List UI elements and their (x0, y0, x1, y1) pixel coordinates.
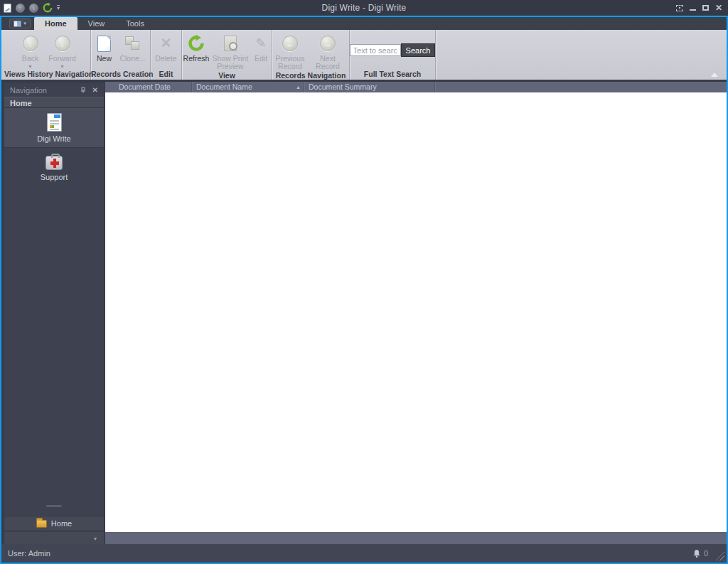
status-bar: User: Admin 0 (1, 544, 727, 563)
notification-count: 0 (704, 549, 708, 558)
group-label: Full Text Search (350, 69, 435, 80)
search-input[interactable] (350, 44, 401, 56)
first-aid-kit-icon (46, 156, 63, 170)
new-page-icon (97, 36, 111, 52)
notifications[interactable]: 0 (692, 544, 708, 563)
nav-item-support[interactable]: Support (4, 148, 104, 186)
back-button[interactable]: ↑ Back ▼ (16, 32, 46, 69)
ribbon: ↑ Back ▼ ↓ Forward ▼ Views History Navig… (1, 30, 727, 80)
column-header-document-summary[interactable]: Document Summary (304, 82, 435, 92)
navigation-group-home[interactable]: Home (4, 97, 104, 108)
group-label: Views History Navigation (4, 69, 90, 80)
nav-item-digi-write[interactable]: Digi Write (4, 108, 104, 148)
group-full-text-search: Search Full Text Search (350, 30, 436, 80)
grid-footer-band (105, 532, 727, 544)
nav-bottom-item-label: Home (51, 519, 72, 528)
digiwrite-document-icon (47, 113, 62, 132)
group-label: Records Creation (91, 69, 150, 80)
bell-icon (692, 549, 701, 558)
maximize-icon[interactable] (702, 5, 709, 11)
tab-tools[interactable]: Tools (115, 17, 155, 30)
group-records-navigation: ← Previous Record → Next Record Records … (272, 30, 350, 80)
column-label: Document Name (196, 82, 252, 92)
window-border (0, 16, 1, 564)
new-button[interactable]: New (92, 32, 117, 63)
navigation-panel: Navigation ✕ Home Digi Write Support (4, 83, 104, 544)
column-header-document-name[interactable]: Document Name ▲ (192, 82, 304, 92)
previous-record-button[interactable]: ← Previous Record (273, 32, 307, 70)
application-menu-button[interactable]: ▾ (9, 18, 31, 28)
status-user-label: User: Admin (8, 544, 50, 563)
ribbon-tab-row: ▾ Home View Tools (1, 17, 727, 30)
refresh-button[interactable]: Refresh (182, 32, 210, 63)
forward-dropdown-icon[interactable]: ▼ (60, 64, 65, 69)
delete-button[interactable]: ✕ Delete (151, 32, 181, 63)
arrow-up-circle-icon: ↑ (23, 36, 38, 51)
group-view: Refresh Show Print Preview ✎ Edit View (182, 30, 272, 80)
ribbon-tabs: Home View Tools (34, 17, 155, 30)
resize-grip[interactable] (715, 551, 724, 560)
group-label: View (182, 70, 272, 80)
clone-button[interactable]: Clone... (117, 32, 149, 63)
navigation-panel-header: Navigation ✕ (4, 83, 104, 97)
search-button[interactable]: Search (401, 43, 436, 57)
group-label: Edit (151, 69, 181, 80)
ribbon-collapse-icon[interactable] (711, 73, 718, 77)
nav-options-bar[interactable]: ▾ (4, 531, 104, 544)
group-records-creation: New Clone... Records Creation (91, 30, 151, 80)
column-header-document-date[interactable]: Document Date (114, 82, 192, 92)
group-edit: ✕ Delete Edit (151, 30, 182, 80)
fullscreen-icon[interactable] (676, 5, 683, 11)
edit-pencil-icon: ✎ (255, 36, 266, 50)
arrow-right-circle-icon: → (320, 36, 336, 51)
grid-data-area[interactable] (105, 92, 727, 532)
forward-button[interactable]: ↓ Forward ▼ (46, 32, 80, 69)
titlebar: ↑ ↓ ▾ Digi Write - Digi Write ✕ (0, 0, 728, 16)
clone-cubes-icon (124, 35, 142, 52)
minimize-icon[interactable] (690, 9, 696, 11)
app-window: ↑ ↓ ▾ Digi Write - Digi Write ✕ ▾ Home (0, 0, 728, 564)
back-dropdown-icon[interactable]: ▼ (28, 64, 33, 69)
close-icon[interactable]: ✕ (715, 4, 722, 12)
nav-bottom-item-home[interactable]: Home (4, 517, 104, 530)
arrow-left-circle-icon: ← (282, 36, 298, 51)
tab-view[interactable]: View (77, 17, 116, 30)
group-views-history-navigation: ↑ Back ▼ ↓ Forward ▼ Views History Navig… (4, 30, 91, 80)
sort-ascending-icon: ▲ (296, 82, 301, 92)
folder-icon (36, 520, 47, 528)
edit-button[interactable]: ✎ Edit (250, 32, 272, 63)
show-print-preview-button[interactable]: Show Print Preview (210, 32, 250, 70)
column-header-filler (435, 82, 727, 92)
print-preview-icon (224, 36, 237, 51)
nav-item-label: Digi Write (37, 134, 70, 143)
group-label: Records Navigation (272, 70, 349, 80)
panel-splitter-handle[interactable] (46, 505, 62, 507)
nav-item-label: Support (41, 173, 68, 181)
window-controls: ✕ (676, 0, 722, 16)
row-indicator-column (105, 82, 114, 92)
panel-close-icon[interactable]: ✕ (92, 86, 98, 94)
navigation-panel-title: Navigation (10, 86, 47, 95)
delete-x-icon: ✕ (161, 36, 172, 50)
chevron-down-icon: ▾ (23, 21, 26, 26)
grid-column-headers: Document Date Document Name ▲ Document S… (105, 82, 727, 92)
arrow-down-circle-icon: ↓ (55, 36, 70, 51)
refresh-green-icon (188, 33, 205, 53)
next-record-button[interactable]: → Next Record (307, 32, 348, 70)
window-title: Digi Write - Digi Write (0, 0, 728, 16)
tab-home[interactable]: Home (34, 17, 77, 30)
accent-line (0, 16, 728, 17)
chevron-down-icon: ▾ (94, 536, 97, 542)
application-menu-icon (14, 21, 21, 27)
pin-icon[interactable] (80, 87, 86, 94)
